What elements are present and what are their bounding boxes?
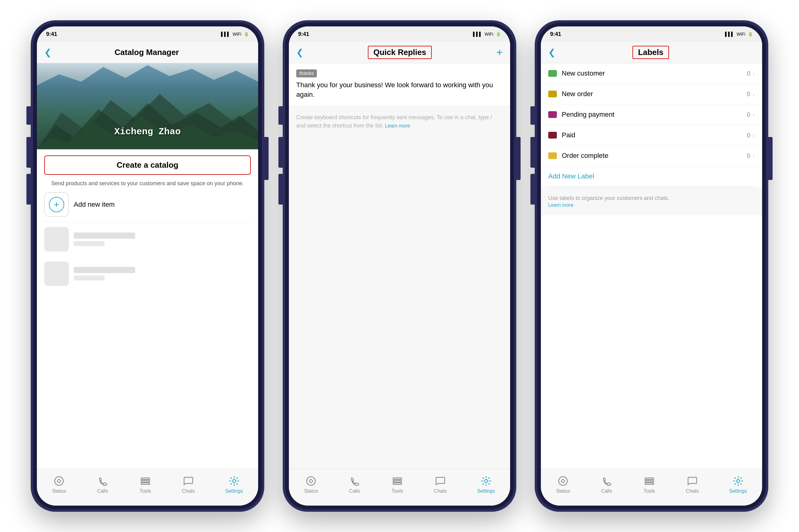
- status-time-1: 9:41: [46, 31, 57, 37]
- label-name-0: New customer: [562, 70, 747, 77]
- settings-icon-1: [228, 475, 240, 487]
- svg-rect-11: [393, 478, 402, 479]
- svg-point-4: [57, 479, 60, 482]
- tab-calls-3[interactable]: Calls: [600, 475, 613, 494]
- back-button-3[interactable]: ❮: [548, 47, 555, 57]
- tab-label-tools-1: Tools: [140, 488, 151, 494]
- status-icon-3: [557, 475, 569, 487]
- tools-icon-1: [139, 475, 151, 487]
- calls-icon-1: [96, 475, 109, 487]
- svg-point-14: [485, 479, 488, 482]
- labels-list: New customer 0 › New order 0 › Pending p…: [541, 63, 762, 469]
- label-name-1: New order: [562, 90, 747, 98]
- phone-1: 9:41 ▌▌▌ WiFi 🔋 ❮ Catalog Manager Xichen…: [31, 20, 264, 512]
- quick-reply-card: thanks Thank you for your business! We l…: [289, 63, 510, 106]
- tab-label-settings-3: Settings: [729, 488, 747, 494]
- chats-icon-1: [182, 475, 194, 487]
- tools-icon-2: [391, 475, 404, 487]
- labels-footer: Use labels to organize your customers an…: [541, 187, 762, 215]
- chevron-icon-1: ›: [752, 91, 755, 98]
- settings-icon-2: [480, 475, 492, 487]
- tab-settings-3[interactable]: Settings: [729, 475, 747, 494]
- placeholder-line-short-1: [74, 241, 105, 246]
- create-catalog-title: Create a catalog: [50, 160, 245, 170]
- label-count-2: 0: [747, 111, 750, 118]
- add-button-2[interactable]: +: [496, 46, 503, 59]
- svg-rect-5: [141, 478, 150, 479]
- placeholder-lines-2: [74, 267, 135, 281]
- label-row-3[interactable]: Paid 0 ›: [541, 125, 762, 146]
- qr-message: Thank you for your business! We look for…: [296, 80, 503, 99]
- label-row-2[interactable]: Pending payment 0 ›: [541, 104, 762, 125]
- tab-chats-2[interactable]: Chats: [434, 475, 447, 494]
- volume-mute-button-2: [278, 106, 283, 125]
- label-color-0: [548, 70, 557, 77]
- tab-chats-1[interactable]: Chats: [182, 475, 195, 494]
- tab-chats-3[interactable]: Chats: [686, 475, 699, 494]
- phone-2: 9:41 ▌▌▌ WiFi 🔋 ❮ Quick Replies + thanks…: [283, 20, 516, 512]
- svg-point-20: [737, 479, 740, 482]
- placeholder-line-long-2: [74, 267, 135, 273]
- wifi-icon-2: WiFi: [485, 32, 493, 37]
- nav-bar-1: ❮ Catalog Manager: [37, 42, 258, 63]
- tab-label-settings-1: Settings: [225, 488, 243, 494]
- svg-point-9: [307, 477, 315, 485]
- status-time-2: 9:41: [298, 31, 309, 37]
- tab-status-2[interactable]: Status: [304, 475, 318, 494]
- label-row-1[interactable]: New order 0 ›: [541, 84, 762, 104]
- add-item-row[interactable]: + Add new item: [44, 187, 251, 222]
- catalog-body: Create a catalog Send products and servi…: [37, 149, 258, 469]
- power-button: [264, 137, 268, 180]
- back-button-2[interactable]: ❮: [296, 47, 303, 57]
- placeholder-row-1: [44, 222, 251, 256]
- add-item-icon-box: +: [44, 192, 69, 217]
- tab-calls-1[interactable]: Calls: [96, 475, 109, 494]
- tab-label-chats-3: Chats: [686, 488, 699, 494]
- qr-learn-more-link[interactable]: Learn more: [385, 123, 410, 128]
- settings-icon-3: [732, 475, 744, 487]
- tab-bar-3: Status Calls Tools Chats: [541, 469, 762, 506]
- calls-icon-2: [349, 475, 361, 487]
- nav-title-2: Quick Replies: [368, 46, 432, 59]
- tab-tools-1[interactable]: Tools: [139, 475, 151, 494]
- hero-username: Xicheng Zhao: [37, 127, 258, 137]
- chevron-icon-0: ›: [752, 70, 755, 77]
- svg-point-16: [561, 479, 564, 482]
- tab-status-1[interactable]: Status: [52, 475, 66, 494]
- labels-footer-text: Use labels to organize your customers an…: [548, 195, 669, 201]
- tab-tools-3[interactable]: Tools: [643, 475, 655, 494]
- tab-label-tools-2: Tools: [391, 488, 403, 494]
- tab-status-3[interactable]: Status: [556, 475, 570, 494]
- label-count-4: 0: [747, 152, 750, 159]
- labels-learn-more-link[interactable]: Learn more: [548, 203, 573, 208]
- placeholder-thumb-2: [44, 261, 69, 286]
- chats-icon-2: [434, 475, 447, 487]
- label-row-0[interactable]: New customer 0 ›: [541, 63, 762, 84]
- battery-icon: 🔋: [244, 32, 249, 37]
- tab-calls-2[interactable]: Calls: [349, 475, 361, 494]
- create-catalog-desc: Send products and services to your custo…: [44, 180, 251, 187]
- tab-label-tools-3: Tools: [644, 488, 655, 494]
- back-button-1[interactable]: ❮: [44, 47, 51, 57]
- hero-image: Xicheng Zhao: [37, 63, 258, 149]
- label-color-1: [548, 91, 557, 97]
- chevron-icon-2: ›: [752, 111, 755, 118]
- tab-label-chats-1: Chats: [182, 488, 195, 494]
- tab-settings-2[interactable]: Settings: [477, 475, 495, 494]
- svg-rect-17: [645, 478, 654, 479]
- tab-label-status-1: Status: [52, 488, 66, 494]
- nav-title-3: Labels: [632, 46, 669, 59]
- placeholder-row-2: [44, 256, 251, 291]
- status-bar-1: 9:41 ▌▌▌ WiFi 🔋: [37, 26, 258, 42]
- nav-bar-2: ❮ Quick Replies +: [289, 42, 510, 63]
- tab-label-calls-3: Calls: [601, 488, 612, 494]
- placeholder-line-long-1: [74, 232, 135, 239]
- add-new-label-btn[interactable]: Add New Label: [541, 166, 762, 187]
- tab-settings-1[interactable]: Settings: [225, 475, 243, 494]
- qr-help-section: Create keyboard shortcuts for frequently…: [289, 106, 510, 137]
- tab-tools-2[interactable]: Tools: [391, 475, 404, 494]
- label-row-4[interactable]: Order complete 0 ›: [541, 146, 762, 166]
- placeholder-lines-1: [74, 232, 135, 246]
- svg-rect-13: [393, 483, 402, 484]
- tab-label-settings-2: Settings: [477, 488, 495, 494]
